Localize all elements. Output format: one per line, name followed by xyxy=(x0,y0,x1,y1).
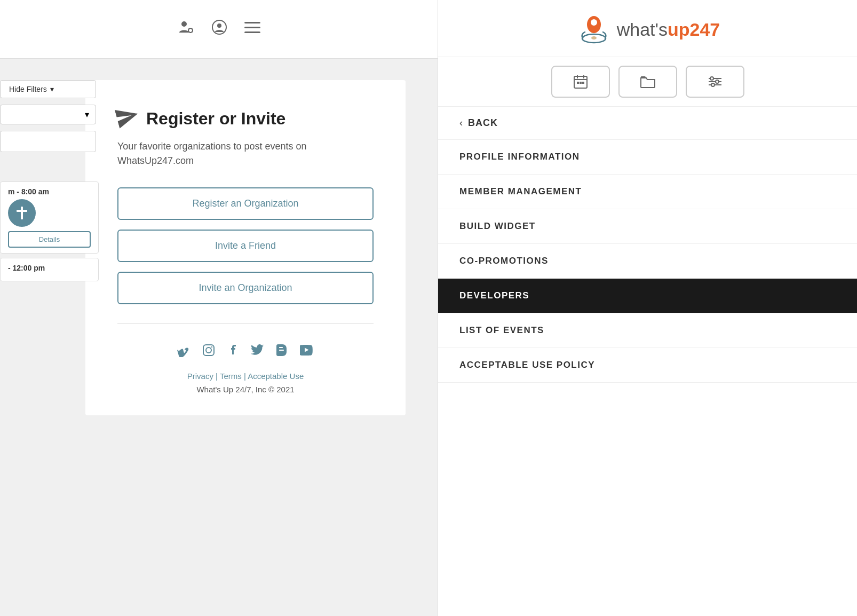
instagram-icon[interactable] xyxy=(202,343,216,361)
event-details-button-1[interactable]: Details xyxy=(8,231,91,248)
nav-item-acceptable-use-policy[interactable]: ACCEPTABLE USE POLICY xyxy=(438,348,857,383)
svg-point-20 xyxy=(211,346,212,348)
right-panel: what'sup247 xyxy=(438,0,857,616)
left-header xyxy=(0,0,438,59)
event-stub-1: m - 8:00 am Details xyxy=(0,181,99,254)
right-header: what'sup247 xyxy=(438,0,857,57)
folder-toolbar-button[interactable] xyxy=(618,66,677,98)
svg-rect-16 xyxy=(17,210,27,212)
hide-filters-button[interactable]: Hide Filters ▾ xyxy=(0,80,96,98)
main-card: Register or Invite Your favorite organiz… xyxy=(85,80,406,415)
svg-line-6 xyxy=(189,29,190,30)
svg-rect-14 xyxy=(244,31,260,33)
logo: what'sup247 xyxy=(575,11,720,48)
register-org-button[interactable]: Register an Organization xyxy=(117,187,374,220)
terms-link[interactable]: Terms xyxy=(220,372,242,381)
invite-org-button[interactable]: Invite an Organization xyxy=(117,272,374,304)
svg-rect-18 xyxy=(203,345,214,356)
logo-text: what'sup247 xyxy=(617,19,720,40)
svg-point-24 xyxy=(591,19,597,26)
filter-dropdown[interactable]: ▾ xyxy=(0,105,96,124)
back-chevron-icon: ‹ xyxy=(459,117,463,129)
vimeo-icon[interactable] xyxy=(177,343,191,361)
user-account-icon[interactable] xyxy=(211,19,227,39)
svg-point-19 xyxy=(206,348,211,353)
nav-item-member-management[interactable]: MEMBER MANAGEMENT xyxy=(438,175,857,209)
svg-point-37 xyxy=(716,80,719,83)
event-icon-1 xyxy=(8,199,36,227)
event-time-1: m - 8:00 am xyxy=(8,187,91,196)
toolbar-row xyxy=(438,57,857,107)
svg-rect-30 xyxy=(577,82,579,84)
paper-plane-icon xyxy=(115,105,141,133)
blogger-icon[interactable] xyxy=(275,343,289,361)
logo-icon xyxy=(575,11,613,48)
hide-filters-label: Hide Filters xyxy=(9,85,47,93)
event-time-2: - 12:00 pm xyxy=(8,264,91,272)
svg-rect-15 xyxy=(21,207,23,219)
filter-bar: Hide Filters ▾ ▾ xyxy=(0,80,96,152)
logo-whatsup: what's xyxy=(617,19,668,40)
twitter-icon[interactable] xyxy=(251,343,265,361)
nav-items: PROFILE INFORMATION MEMBER MANAGEMENT BU… xyxy=(438,140,857,616)
register-title: Register or Invite xyxy=(146,109,285,129)
register-subtitle: Your favorite organizations to post even… xyxy=(117,139,374,168)
user-settings-icon[interactable] xyxy=(177,19,194,40)
acceptable-use-link[interactable]: Acceptable Use xyxy=(248,372,304,381)
svg-marker-17 xyxy=(115,105,140,129)
svg-point-11 xyxy=(217,23,221,28)
svg-point-0 xyxy=(181,21,187,27)
svg-rect-32 xyxy=(582,82,584,84)
register-header: Register or Invite xyxy=(117,107,374,131)
back-label: BACK xyxy=(468,117,498,129)
social-icons-row xyxy=(117,343,374,361)
divider xyxy=(117,323,374,324)
chevron-icon: ▾ xyxy=(85,109,89,120)
nav-back[interactable]: ‹ BACK xyxy=(438,107,857,140)
svg-point-25 xyxy=(591,36,597,40)
svg-line-7 xyxy=(192,31,193,33)
svg-point-36 xyxy=(710,77,713,80)
event-stub-2: - 12:00 pm xyxy=(0,258,99,281)
sliders-toolbar-button[interactable] xyxy=(686,66,744,98)
nav-item-build-widget[interactable]: BUILD WIDGET xyxy=(438,209,857,244)
footer-copyright: What's Up 24/7, Inc © 2021 xyxy=(117,385,374,394)
svg-line-9 xyxy=(189,31,190,33)
nav-item-profile[interactable]: PROFILE INFORMATION xyxy=(438,140,857,175)
svg-line-8 xyxy=(192,29,193,30)
svg-point-38 xyxy=(711,83,715,86)
invite-friend-button[interactable]: Invite a Friend xyxy=(117,230,374,262)
facebook-icon[interactable] xyxy=(226,343,240,361)
youtube-icon[interactable] xyxy=(300,343,314,361)
nav-item-developers[interactable]: DEVELOPERS xyxy=(438,279,857,313)
footer-links: Privacy | Terms | Acceptable Use xyxy=(117,372,374,381)
calendar-toolbar-button[interactable] xyxy=(551,66,610,98)
nav-item-co-promotions[interactable]: CO-PROMOTIONS xyxy=(438,244,857,279)
event-stubs: m - 8:00 am Details - 12:00 pm xyxy=(0,181,99,281)
svg-rect-31 xyxy=(580,82,582,84)
hamburger-menu-icon[interactable] xyxy=(244,21,260,37)
logo-247: up247 xyxy=(668,19,720,40)
filter-input[interactable] xyxy=(0,131,96,152)
svg-rect-12 xyxy=(244,22,260,23)
privacy-link[interactable]: Privacy xyxy=(187,372,213,381)
svg-rect-13 xyxy=(244,27,260,28)
left-panel: Hide Filters ▾ ▾ m - 8:00 am Details - 1… xyxy=(0,0,438,616)
chevron-down-icon: ▾ xyxy=(50,85,54,93)
nav-item-list-of-events[interactable]: LIST OF EVENTS xyxy=(438,313,857,348)
